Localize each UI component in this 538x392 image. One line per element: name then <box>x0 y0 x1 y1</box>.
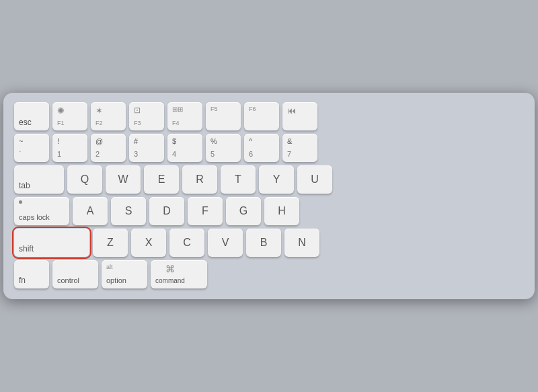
key-tab[interactable]: tab <box>14 165 64 194</box>
key-x[interactable]: X <box>131 229 166 257</box>
key-u[interactable]: U <box>297 165 332 194</box>
alt-label: alt <box>106 264 113 271</box>
key-tilde[interactable]: ~ ` <box>14 134 49 162</box>
bottom-row: fn control alt option ⌘ command <box>14 260 524 288</box>
f3-label: F3 <box>134 120 141 127</box>
caps-indicator <box>19 200 22 204</box>
ctrl-label: control <box>57 276 79 285</box>
key-v[interactable]: V <box>208 229 243 257</box>
key-capslock[interactable]: caps lock <box>14 197 69 225</box>
qwerty-row: tab Q W E R T Y U <box>14 165 524 194</box>
key-d[interactable]: D <box>149 197 184 225</box>
key-7[interactable]: & 7 <box>282 134 317 162</box>
key-f7[interactable]: ⏮ <box>282 102 317 130</box>
key-h[interactable]: H <box>264 197 299 225</box>
f1-icon: ✺ <box>57 106 65 116</box>
key-f5[interactable]: F5 <box>206 102 241 130</box>
f4-icon: ⊞⊞ <box>172 106 183 114</box>
key-f4[interactable]: ⊞⊞ F4 <box>167 102 202 130</box>
f3-icon: ⊡ <box>134 106 141 115</box>
key-1[interactable]: ! 1 <box>52 134 87 162</box>
key-f1[interactable]: ✺ F1 <box>52 102 87 130</box>
key-a[interactable]: A <box>73 197 108 225</box>
key-fn[interactable]: fn <box>14 260 49 288</box>
key-f2[interactable]: ✶ F2 <box>91 102 126 130</box>
key-w[interactable]: W <box>106 165 141 194</box>
f2-icon: ✶ <box>95 106 103 116</box>
key-f6[interactable]: F6 <box>244 102 279 130</box>
shift-label: shift <box>19 244 34 253</box>
tab-label: tab <box>19 181 30 190</box>
key-esc[interactable]: esc <box>14 102 49 130</box>
key-g[interactable]: G <box>226 197 261 225</box>
key-3[interactable]: # 3 <box>129 134 164 162</box>
number-row: ~ ` ! 1 @ 2 # 3 $ 4 <box>14 134 524 162</box>
key-e[interactable]: E <box>144 165 179 194</box>
esc-label: esc <box>19 118 32 127</box>
fn-row: esc ✺ F1 ✶ F2 ⊡ F3 ⊞⊞ F4 <box>14 102 524 130</box>
zxcv-row: shift Z X C V B N <box>14 229 524 257</box>
option-label: option <box>106 276 126 285</box>
key-command[interactable]: ⌘ command <box>151 260 207 288</box>
key-f3[interactable]: ⊡ F3 <box>129 102 164 130</box>
f6-label: F6 <box>249 106 256 113</box>
asdf-row: caps lock A S D F G H <box>14 197 524 225</box>
key-option[interactable]: alt option <box>102 260 147 288</box>
key-2[interactable]: @ 2 <box>91 134 126 162</box>
caps-label: caps lock <box>19 213 50 222</box>
key-r[interactable]: R <box>182 165 217 194</box>
key-shift[interactable]: shift <box>14 229 89 257</box>
f2-label: F2 <box>95 120 103 127</box>
cmd-symbol: ⌘ <box>165 264 175 275</box>
f1-label: F1 <box>57 120 65 127</box>
key-4[interactable]: $ 4 <box>167 134 202 162</box>
key-q[interactable]: Q <box>67 165 102 194</box>
key-control[interactable]: control <box>52 260 98 288</box>
f7-icon: ⏮ <box>287 106 296 116</box>
key-c[interactable]: C <box>169 229 204 257</box>
f5-label: F5 <box>210 106 218 113</box>
key-b[interactable]: B <box>246 229 281 257</box>
key-f[interactable]: F <box>188 197 223 225</box>
key-s[interactable]: S <box>111 197 146 225</box>
key-6[interactable]: ^ 6 <box>244 134 279 162</box>
key-y[interactable]: Y <box>259 165 294 194</box>
key-5[interactable]: % 5 <box>206 134 241 162</box>
f4-label: F4 <box>172 120 180 127</box>
key-z[interactable]: Z <box>93 229 128 257</box>
fn-label: fn <box>19 276 26 285</box>
key-n[interactable]: N <box>284 229 319 257</box>
cmd-label: command <box>155 277 185 285</box>
key-t[interactable]: T <box>221 165 256 194</box>
keyboard: esc ✺ F1 ✶ F2 ⊡ F3 ⊞⊞ F4 <box>3 93 535 299</box>
